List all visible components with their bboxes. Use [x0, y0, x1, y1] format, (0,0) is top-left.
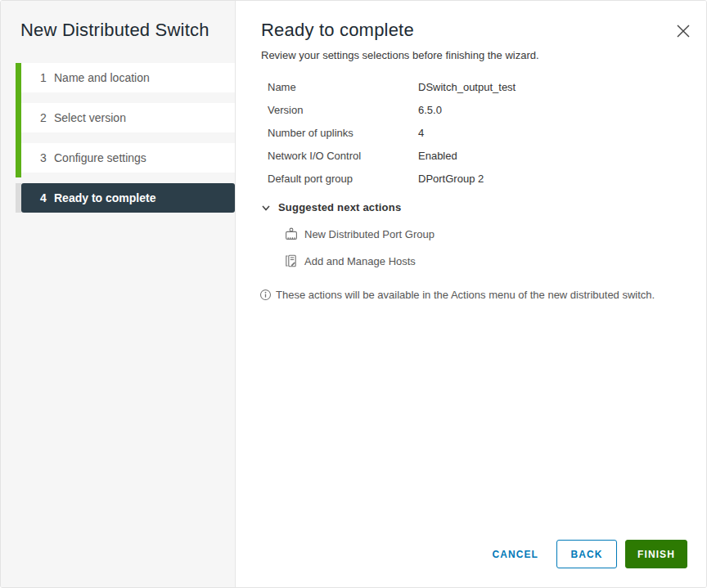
cancel-button[interactable]: CANCEL	[480, 541, 550, 568]
wizard-steps: 1 Name and location 2 Select version 3 C…	[16, 63, 235, 223]
setting-value: 4	[418, 127, 424, 139]
chevron-down-icon	[261, 203, 271, 213]
action-new-distributed-port-group[interactable]: New Distributed Port Group	[285, 227, 673, 240]
info-note-text: These actions will be available in the A…	[276, 289, 655, 301]
setting-value: Enabled	[418, 150, 457, 162]
step-number: 4	[40, 191, 54, 204]
suggested-next-actions-toggle[interactable]: Suggested next actions	[261, 201, 673, 213]
setting-row-default-port-group: Default port group DPortGroup 2	[268, 167, 673, 190]
page-title: Ready to complete	[261, 20, 414, 41]
setting-label: Number of uplinks	[268, 127, 418, 139]
progress-track	[16, 63, 21, 213]
step-configure-settings[interactable]: 3 Configure settings	[21, 143, 235, 173]
wizard-title: New Distributed Switch	[20, 20, 209, 41]
settings-summary-table: Name DSwitch_output_test Version 6.5.0 N…	[268, 75, 673, 190]
new-distributed-switch-wizard: New Distributed Switch 1 Name and locati…	[0, 0, 707, 588]
port-group-icon	[285, 227, 298, 240]
step-label: Select version	[54, 111, 126, 124]
wizard-sidebar: New Distributed Switch 1 Name and locati…	[1, 1, 236, 587]
step-select-version[interactable]: 2 Select version	[21, 103, 235, 132]
setting-label: Network I/O Control	[268, 150, 418, 162]
setting-row-uplinks: Number of uplinks 4	[268, 121, 673, 144]
progress-track-remaining	[16, 183, 21, 213]
step-ready-to-complete[interactable]: 4 Ready to complete	[21, 183, 235, 213]
suggested-next-actions-section: Suggested next actions New Distributed P…	[261, 201, 673, 267]
step-number: 1	[40, 71, 54, 84]
action-label: New Distributed Port Group	[304, 228, 435, 240]
info-icon	[259, 289, 272, 306]
setting-value: DSwitch_output_test	[418, 81, 516, 93]
step-label: Name and location	[54, 71, 150, 84]
step-label: Ready to complete	[54, 191, 155, 204]
action-label: Add and Manage Hosts	[304, 255, 416, 267]
info-note: These actions will be available in the A…	[259, 287, 678, 306]
progress-track-completed	[16, 63, 21, 177]
setting-label: Version	[268, 104, 418, 116]
close-icon[interactable]	[674, 22, 692, 40]
wizard-footer: CANCEL BACK FINISH	[480, 540, 687, 568]
step-label: Configure settings	[54, 151, 146, 164]
step-name-and-location[interactable]: 1 Name and location	[21, 63, 235, 92]
finish-button[interactable]: FINISH	[625, 540, 687, 568]
setting-value: 6.5.0	[418, 104, 442, 116]
setting-row-name: Name DSwitch_output_test	[268, 75, 673, 98]
setting-label: Name	[268, 81, 418, 93]
step-number: 3	[40, 151, 54, 164]
setting-label: Default port group	[268, 173, 418, 185]
action-add-and-manage-hosts[interactable]: Add and Manage Hosts	[285, 254, 673, 267]
hosts-edit-icon	[285, 254, 298, 267]
suggested-next-actions-title: Suggested next actions	[278, 201, 401, 213]
page-subtitle: Review your settings selections before f…	[261, 49, 539, 61]
setting-value: DPortGroup 2	[418, 173, 484, 185]
wizard-content-panel: Ready to complete Review your settings s…	[236, 1, 706, 587]
setting-row-nioc: Network I/O Control Enabled	[268, 144, 673, 167]
back-button[interactable]: BACK	[556, 540, 617, 568]
step-number: 2	[40, 111, 54, 124]
setting-row-version: Version 6.5.0	[268, 98, 673, 121]
